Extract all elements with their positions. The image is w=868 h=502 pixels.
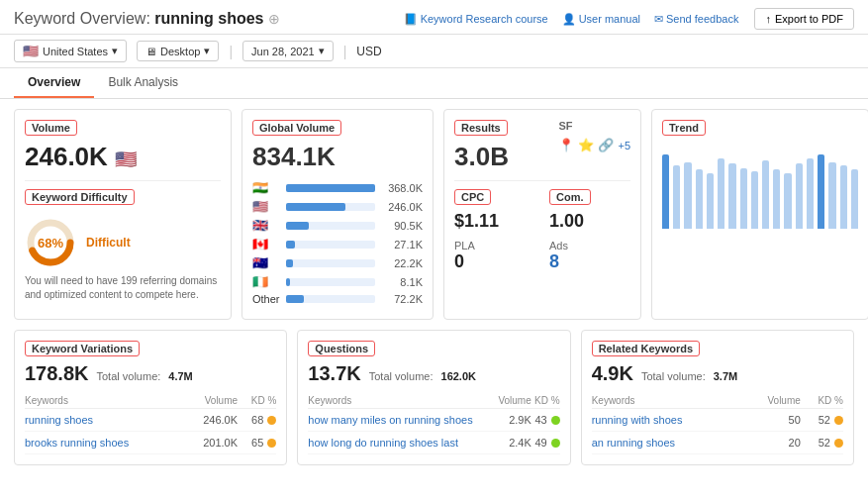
ads-label: Ads	[549, 240, 630, 251]
title-prefix: Keyword Overview:	[14, 10, 150, 27]
bottom-grid: Keyword Variations 178.8K Total volume: …	[0, 330, 868, 479]
bar-row: 🇮🇪 8.1K	[252, 274, 423, 289]
table-row: brooks running shoes 201.0K 65	[25, 432, 276, 454]
cpc-label: CPC	[454, 189, 491, 205]
book-icon: 📘	[404, 13, 418, 26]
keyword-course-link[interactable]: 📘 Keyword Research course	[404, 13, 548, 26]
bar-row: 🇬🇧 90.5K	[252, 218, 423, 233]
country-flag-icon: 🇺🇸	[252, 199, 280, 214]
user-icon: 👤	[562, 13, 576, 26]
sf-plus[interactable]: +5	[618, 140, 630, 151]
trend-bars	[662, 150, 858, 229]
vol-cell: 201.0K	[185, 432, 239, 454]
kw-link[interactable]: how long do running shoes last	[308, 437, 458, 449]
send-feedback-link[interactable]: ✉ Send feedback	[654, 13, 738, 26]
pla-ads-row: PLA 0 Ads 8	[454, 240, 630, 272]
other-bar-outer	[286, 295, 375, 303]
bar-outer	[286, 241, 375, 249]
kd-cell: 68	[238, 409, 276, 432]
table-row: an running shoes 20 52	[592, 432, 843, 454]
date-label: Jun 28, 2021	[251, 46, 315, 57]
kw-link[interactable]: running with shoes	[592, 414, 683, 426]
add-keyword-icon[interactable]: ⊕	[268, 11, 280, 27]
pla-value: 0	[454, 251, 535, 272]
user-manual-link[interactable]: 👤 User manual	[562, 13, 640, 26]
kd-donut: 68%	[25, 217, 76, 268]
bar-rows: 🇮🇳 368.0K 🇺🇸 246.0K 🇬🇧 90.5K 🇨🇦 27.1K	[252, 180, 423, 289]
kd-dot	[834, 416, 843, 425]
bar-inner	[286, 241, 295, 249]
bar-outer	[286, 278, 375, 286]
cpc-value: $1.11	[454, 211, 535, 232]
col-volume: Volume	[185, 393, 239, 409]
vol-cell: 246.0K	[185, 409, 239, 432]
vol-cell: 50	[745, 409, 801, 432]
results-card: Results 3.0B SF 📍 ⭐ 🔗 +5 CPC $1.11 Com.	[443, 109, 641, 320]
results-section: Results 3.0B	[454, 120, 509, 172]
kd-number: 68	[251, 414, 263, 426]
col-kd-r: KD %	[801, 393, 843, 409]
results-label: Results	[454, 120, 508, 136]
kw-link[interactable]: running shoes	[25, 414, 93, 426]
chevron-down-icon: ▾	[112, 45, 118, 57]
other-row: Other 72.2K	[252, 293, 423, 305]
related-kw-total-label: Total volume:	[641, 370, 706, 382]
kw-link[interactable]: an running shoes	[592, 437, 675, 449]
volume-label: Volume	[25, 120, 77, 136]
country-filter[interactable]: 🇺🇸 United States ▾	[14, 40, 127, 62]
col-volume-q: Volume	[494, 393, 531, 409]
other-label: Other	[252, 293, 280, 305]
kw-cell: an running shoes	[592, 432, 745, 454]
kw-variations-table: Keywords Volume KD % running shoes 246.0…	[25, 393, 276, 454]
bar-inner	[286, 184, 375, 192]
questions-total-label: Total volume:	[369, 370, 434, 382]
kw-variations-label: Keyword Variations	[25, 341, 140, 356]
date-filter[interactable]: Jun 28, 2021 ▾	[242, 41, 334, 61]
kd-percent: 68%	[38, 236, 63, 251]
separator2: |	[343, 44, 347, 59]
kw-link[interactable]: how many miles on running shoes	[308, 414, 472, 426]
pla-box: PLA 0	[454, 240, 535, 272]
kw-variations-total-label: Total volume:	[97, 370, 161, 382]
kw-link[interactable]: brooks running shoes	[25, 437, 129, 449]
kw-variations-card: Keyword Variations 178.8K Total volume: …	[14, 330, 287, 465]
tab-overview[interactable]: Overview	[14, 68, 94, 98]
kd-number: 43	[534, 414, 546, 426]
table-row: how long do running shoes last 2.4K 49	[308, 432, 559, 454]
global-volume-card: Global Volume 834.1K 🇮🇳 368.0K 🇺🇸 246.0K…	[241, 109, 434, 320]
chevron-down-icon: ▾	[319, 45, 325, 57]
trend-bar	[740, 168, 747, 230]
kw-variations-header: 178.8K Total volume: 4.7M	[25, 362, 276, 385]
top-bar: Keyword Overview: running shoes ⊕ 📘 Keyw…	[0, 0, 868, 35]
global-volume-value: 834.1K	[252, 142, 423, 172]
ads-box: Ads 8	[549, 240, 630, 272]
trend-bar	[818, 154, 824, 229]
separator: |	[229, 44, 233, 59]
device-filter[interactable]: 🖥 Desktop ▾	[137, 41, 219, 61]
top-links: 📘 Keyword Research course 👤 User manual …	[404, 13, 739, 26]
com-value: 1.00	[549, 211, 630, 232]
export-pdf-button[interactable]: ↑ Export to PDF	[754, 8, 854, 30]
related-kw-count: 4.9K	[592, 362, 633, 385]
main-grid: Volume 246.0K 🇺🇸 Keyword Difficulty 68% …	[0, 99, 868, 330]
trend-bar	[796, 163, 803, 229]
trend-bar	[662, 154, 669, 229]
kd-cell: 52	[801, 432, 843, 454]
kd-number: 65	[251, 437, 263, 449]
sf-section: SF 📍 ⭐ 🔗 +5	[558, 120, 630, 172]
questions-header: 13.7K Total volume: 162.0K	[308, 362, 559, 385]
country-flag-icon: 🇦🇺	[252, 255, 280, 270]
bar-inner	[286, 203, 345, 211]
bar-inner	[286, 259, 293, 267]
bar-row: 🇮🇳 368.0K	[252, 180, 423, 195]
kd-cell: 65	[238, 432, 276, 454]
related-kw-total-value: 3.7M	[714, 370, 737, 382]
country-flag-icon: 🇮🇪	[252, 274, 280, 289]
trend-bar	[840, 165, 847, 229]
tab-bulk-analysis[interactable]: Bulk Analysis	[94, 68, 192, 98]
kd-dot	[267, 416, 276, 425]
kw-cell: how long do running shoes last	[308, 432, 494, 454]
kw-variations-count: 178.8K	[25, 362, 89, 385]
kw-cell: running shoes	[25, 409, 185, 432]
trend-label: Trend	[662, 120, 706, 136]
